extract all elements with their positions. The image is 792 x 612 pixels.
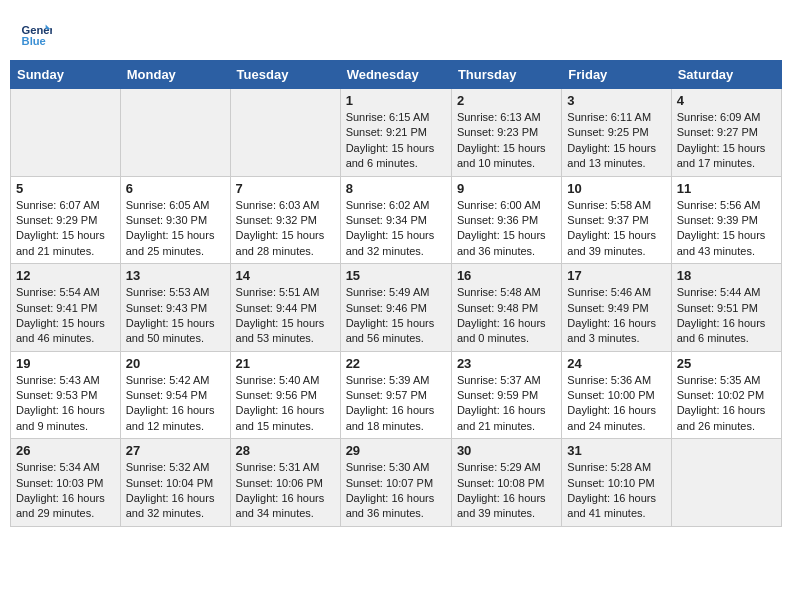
day-content: Sunrise: 5:46 AM Sunset: 9:49 PM Dayligh… [567,285,665,347]
day-number: 23 [457,356,556,371]
calendar-cell: 13Sunrise: 5:53 AM Sunset: 9:43 PM Dayli… [120,264,230,352]
col-header-thursday: Thursday [451,61,561,89]
day-number: 11 [677,181,776,196]
day-number: 1 [346,93,446,108]
day-number: 18 [677,268,776,283]
svg-text:Blue: Blue [22,35,46,47]
col-header-monday: Monday [120,61,230,89]
calendar-cell [120,89,230,177]
page-header: General Blue [10,10,782,56]
week-row-4: 19Sunrise: 5:43 AM Sunset: 9:53 PM Dayli… [11,351,782,439]
calendar-cell: 31Sunrise: 5:28 AM Sunset: 10:10 PM Dayl… [562,439,671,527]
day-number: 31 [567,443,665,458]
calendar-cell [11,89,121,177]
day-content: Sunrise: 5:29 AM Sunset: 10:08 PM Daylig… [457,460,556,522]
day-number: 7 [236,181,335,196]
col-header-saturday: Saturday [671,61,781,89]
calendar-cell: 21Sunrise: 5:40 AM Sunset: 9:56 PM Dayli… [230,351,340,439]
day-number: 21 [236,356,335,371]
day-number: 24 [567,356,665,371]
calendar-cell: 7Sunrise: 6:03 AM Sunset: 9:32 PM Daylig… [230,176,340,264]
day-content: Sunrise: 6:03 AM Sunset: 9:32 PM Dayligh… [236,198,335,260]
day-content: Sunrise: 6:00 AM Sunset: 9:36 PM Dayligh… [457,198,556,260]
day-number: 22 [346,356,446,371]
day-number: 26 [16,443,115,458]
day-content: Sunrise: 6:05 AM Sunset: 9:30 PM Dayligh… [126,198,225,260]
day-content: Sunrise: 5:35 AM Sunset: 10:02 PM Daylig… [677,373,776,435]
day-content: Sunrise: 5:32 AM Sunset: 10:04 PM Daylig… [126,460,225,522]
day-content: Sunrise: 5:42 AM Sunset: 9:54 PM Dayligh… [126,373,225,435]
logo: General Blue [20,18,56,50]
svg-text:General: General [22,24,52,36]
day-number: 25 [677,356,776,371]
day-content: Sunrise: 5:39 AM Sunset: 9:57 PM Dayligh… [346,373,446,435]
calendar-cell: 5Sunrise: 6:07 AM Sunset: 9:29 PM Daylig… [11,176,121,264]
calendar-header-row: SundayMondayTuesdayWednesdayThursdayFrid… [11,61,782,89]
day-number: 27 [126,443,225,458]
day-content: Sunrise: 5:28 AM Sunset: 10:10 PM Daylig… [567,460,665,522]
col-header-tuesday: Tuesday [230,61,340,89]
calendar-cell: 8Sunrise: 6:02 AM Sunset: 9:34 PM Daylig… [340,176,451,264]
day-number: 6 [126,181,225,196]
calendar-cell: 17Sunrise: 5:46 AM Sunset: 9:49 PM Dayli… [562,264,671,352]
calendar-cell: 29Sunrise: 5:30 AM Sunset: 10:07 PM Dayl… [340,439,451,527]
calendar-cell: 15Sunrise: 5:49 AM Sunset: 9:46 PM Dayli… [340,264,451,352]
calendar-cell: 28Sunrise: 5:31 AM Sunset: 10:06 PM Dayl… [230,439,340,527]
calendar-table: SundayMondayTuesdayWednesdayThursdayFrid… [10,60,782,527]
day-content: Sunrise: 6:07 AM Sunset: 9:29 PM Dayligh… [16,198,115,260]
week-row-1: 1Sunrise: 6:15 AM Sunset: 9:21 PM Daylig… [11,89,782,177]
day-number: 20 [126,356,225,371]
day-content: Sunrise: 5:51 AM Sunset: 9:44 PM Dayligh… [236,285,335,347]
day-content: Sunrise: 5:40 AM Sunset: 9:56 PM Dayligh… [236,373,335,435]
day-content: Sunrise: 6:09 AM Sunset: 9:27 PM Dayligh… [677,110,776,172]
day-number: 5 [16,181,115,196]
day-number: 29 [346,443,446,458]
day-number: 12 [16,268,115,283]
calendar-cell: 19Sunrise: 5:43 AM Sunset: 9:53 PM Dayli… [11,351,121,439]
day-number: 9 [457,181,556,196]
calendar-cell: 23Sunrise: 5:37 AM Sunset: 9:59 PM Dayli… [451,351,561,439]
day-number: 4 [677,93,776,108]
calendar-cell: 12Sunrise: 5:54 AM Sunset: 9:41 PM Dayli… [11,264,121,352]
day-content: Sunrise: 5:58 AM Sunset: 9:37 PM Dayligh… [567,198,665,260]
week-row-3: 12Sunrise: 5:54 AM Sunset: 9:41 PM Dayli… [11,264,782,352]
calendar-cell [230,89,340,177]
calendar-cell: 6Sunrise: 6:05 AM Sunset: 9:30 PM Daylig… [120,176,230,264]
day-content: Sunrise: 5:43 AM Sunset: 9:53 PM Dayligh… [16,373,115,435]
day-number: 8 [346,181,446,196]
day-number: 14 [236,268,335,283]
calendar-cell: 27Sunrise: 5:32 AM Sunset: 10:04 PM Dayl… [120,439,230,527]
day-number: 16 [457,268,556,283]
calendar-cell: 24Sunrise: 5:36 AM Sunset: 10:00 PM Dayl… [562,351,671,439]
day-content: Sunrise: 5:49 AM Sunset: 9:46 PM Dayligh… [346,285,446,347]
calendar-cell: 4Sunrise: 6:09 AM Sunset: 9:27 PM Daylig… [671,89,781,177]
day-content: Sunrise: 6:13 AM Sunset: 9:23 PM Dayligh… [457,110,556,172]
calendar-cell: 18Sunrise: 5:44 AM Sunset: 9:51 PM Dayli… [671,264,781,352]
day-content: Sunrise: 5:36 AM Sunset: 10:00 PM Daylig… [567,373,665,435]
day-number: 15 [346,268,446,283]
day-content: Sunrise: 6:11 AM Sunset: 9:25 PM Dayligh… [567,110,665,172]
calendar-cell: 1Sunrise: 6:15 AM Sunset: 9:21 PM Daylig… [340,89,451,177]
calendar-cell: 22Sunrise: 5:39 AM Sunset: 9:57 PM Dayli… [340,351,451,439]
calendar-cell: 14Sunrise: 5:51 AM Sunset: 9:44 PM Dayli… [230,264,340,352]
col-header-friday: Friday [562,61,671,89]
calendar-cell: 9Sunrise: 6:00 AM Sunset: 9:36 PM Daylig… [451,176,561,264]
day-number: 2 [457,93,556,108]
day-content: Sunrise: 5:53 AM Sunset: 9:43 PM Dayligh… [126,285,225,347]
day-number: 10 [567,181,665,196]
day-content: Sunrise: 5:56 AM Sunset: 9:39 PM Dayligh… [677,198,776,260]
day-content: Sunrise: 5:48 AM Sunset: 9:48 PM Dayligh… [457,285,556,347]
day-number: 3 [567,93,665,108]
day-content: Sunrise: 5:30 AM Sunset: 10:07 PM Daylig… [346,460,446,522]
day-content: Sunrise: 6:15 AM Sunset: 9:21 PM Dayligh… [346,110,446,172]
col-header-sunday: Sunday [11,61,121,89]
calendar-cell: 30Sunrise: 5:29 AM Sunset: 10:08 PM Dayl… [451,439,561,527]
day-number: 19 [16,356,115,371]
day-content: Sunrise: 6:02 AM Sunset: 9:34 PM Dayligh… [346,198,446,260]
day-content: Sunrise: 5:54 AM Sunset: 9:41 PM Dayligh… [16,285,115,347]
day-number: 13 [126,268,225,283]
calendar-cell: 11Sunrise: 5:56 AM Sunset: 9:39 PM Dayli… [671,176,781,264]
day-number: 17 [567,268,665,283]
calendar-cell [671,439,781,527]
day-content: Sunrise: 5:37 AM Sunset: 9:59 PM Dayligh… [457,373,556,435]
